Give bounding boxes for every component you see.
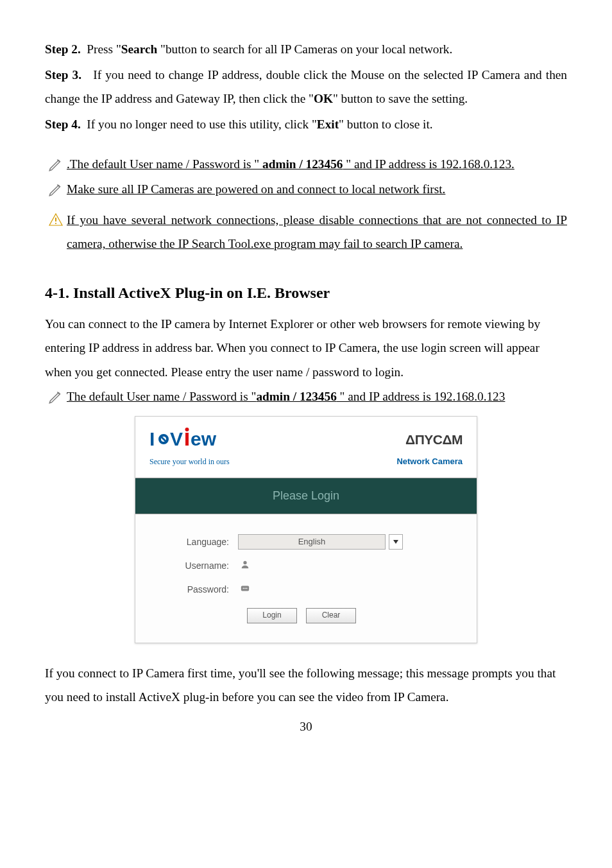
warning-icon bbox=[45, 212, 67, 227]
svg-point-12 bbox=[244, 588, 246, 589]
note-1-post: " and IP address is 192.168.0.123. bbox=[343, 157, 514, 171]
step-4-text-a: If you no longer need to use this utilit… bbox=[87, 117, 316, 131]
step-3-bold: OK bbox=[314, 92, 333, 105]
step-3: Step 3. If you need to change IP address… bbox=[45, 63, 567, 111]
chevron-down-icon[interactable] bbox=[389, 534, 403, 550]
brand-sub: Network Camera bbox=[396, 453, 463, 469]
section-note: The default User name / Password is "adm… bbox=[45, 385, 567, 409]
svg-rect-6 bbox=[185, 433, 189, 446]
step-4-text-b: " button to close it. bbox=[339, 117, 433, 131]
login-panel: I V ew Secure your world in ours ΔПΥCΔM … bbox=[135, 416, 477, 643]
svg-point-9 bbox=[243, 561, 246, 564]
svg-point-13 bbox=[246, 588, 248, 589]
notes-block: .The default User name / Password is " a… bbox=[45, 152, 567, 257]
step-2-text-a: Press " bbox=[87, 42, 121, 56]
pencil-icon bbox=[45, 156, 67, 173]
login-form: Language: English Username: Password: bbox=[135, 514, 477, 643]
step-2-label: Step 2. bbox=[45, 42, 81, 56]
note-1: .The default User name / Password is " a… bbox=[45, 152, 567, 177]
page-number: 30 bbox=[45, 715, 567, 739]
pencil-icon bbox=[45, 388, 67, 405]
svg-point-11 bbox=[243, 588, 244, 589]
brand-name: ΔПΥCΔM bbox=[396, 427, 463, 453]
user-icon bbox=[241, 557, 250, 575]
logo-left: I V ew Secure your world in ours bbox=[149, 428, 239, 469]
logo-right: ΔПΥCΔM Network Camera bbox=[396, 427, 463, 469]
password-icon bbox=[241, 581, 250, 598]
step-2: Step 2. Press "Search "button to search … bbox=[45, 37, 567, 62]
svg-text:I: I bbox=[149, 428, 155, 449]
iview-logo-icon: I V ew bbox=[149, 428, 239, 456]
pencil-icon bbox=[45, 181, 67, 198]
username-label: Username: bbox=[155, 557, 238, 575]
username-input[interactable] bbox=[238, 559, 386, 574]
step-4-bold: Exit bbox=[317, 117, 339, 131]
login-button[interactable]: Login bbox=[247, 608, 297, 623]
password-input[interactable] bbox=[238, 582, 386, 598]
warn-text: If you have several network connections,… bbox=[67, 208, 567, 256]
username-row: Username: bbox=[155, 557, 457, 575]
warn-block: If you have several network connections,… bbox=[45, 208, 567, 256]
login-title: Please Login bbox=[135, 478, 477, 514]
step-3-label: Step 3. bbox=[45, 68, 81, 82]
note-2-text: Make sure all IP Cameras are powered on … bbox=[67, 177, 445, 202]
section-paragraph: You can connect to the IP camera by Inte… bbox=[45, 312, 567, 385]
step-2-bold: Search bbox=[121, 42, 157, 56]
logo-tagline: Secure your world in ours bbox=[149, 455, 230, 469]
svg-text:V: V bbox=[170, 428, 183, 449]
language-row: Language: English bbox=[155, 534, 457, 551]
password-label: Password: bbox=[155, 581, 238, 598]
step-3-text-b: " button to save the setting. bbox=[333, 92, 468, 105]
section-note-post: " and IP address is 192.168.0.123 bbox=[337, 390, 506, 403]
step-2-text-b: "button to search for all IP Cameras on … bbox=[157, 42, 452, 56]
svg-point-1 bbox=[55, 223, 56, 224]
step-4-label: Step 4. bbox=[45, 117, 81, 131]
step-4: Step 4. If you no longer need to use thi… bbox=[45, 112, 567, 137]
login-header: I V ew Secure your world in ours ΔПΥCΔM … bbox=[135, 417, 477, 477]
note-2: Make sure all IP Cameras are powered on … bbox=[45, 177, 567, 202]
section-heading: 4-1. Install ActiveX Plug-in on I.E. Bro… bbox=[45, 278, 567, 308]
password-row: Password: bbox=[155, 581, 457, 598]
svg-text:ew: ew bbox=[191, 428, 217, 449]
note-1-bold: admin / 123456 bbox=[262, 157, 343, 171]
language-select[interactable]: English bbox=[238, 534, 386, 550]
note-1-pre: .The default User name / Password is " bbox=[67, 157, 262, 171]
section-note-pre: The default User name / Password is " bbox=[67, 390, 256, 403]
clear-button[interactable]: Clear bbox=[306, 608, 356, 623]
svg-point-7 bbox=[185, 428, 189, 431]
after-paragraph: If you connect to IP Camera first time, … bbox=[45, 661, 567, 709]
step-3-text-a: If you need to change IP address, double… bbox=[45, 68, 567, 106]
language-value: English bbox=[298, 534, 326, 550]
button-row: Login Clear bbox=[155, 608, 457, 623]
section-note-bold: admin / 123456 bbox=[256, 390, 336, 403]
language-label: Language: bbox=[155, 534, 238, 551]
